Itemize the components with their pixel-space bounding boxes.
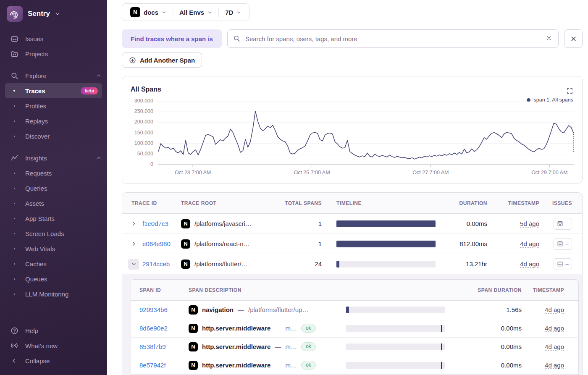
sidebar-item-queries[interactable]: Queries — [0, 181, 107, 196]
bullet-icon — [10, 294, 18, 295]
environment-selector[interactable]: All Envs — [173, 9, 218, 16]
column-header: TRACE ID — [122, 200, 181, 206]
sidebar-collapse-button[interactable]: Collapse — [0, 353, 107, 368]
trace-id-link[interactable]: e064e980 — [142, 240, 171, 247]
nextjs-platform-icon: N — [189, 324, 198, 333]
span-row: 8538f7b9Nhttp.server.middleware—m…ok0.00… — [131, 338, 578, 356]
timestamp: 4d ago — [520, 260, 539, 267]
org-dropdown[interactable]: Sentry — [0, 0, 107, 27]
sidebar-item-web-vitals[interactable]: Web Vitals — [0, 241, 107, 256]
nextjs-platform-icon: N — [130, 7, 140, 17]
timeline-bar — [346, 344, 445, 350]
column-header: TIMESTAMP — [522, 287, 578, 293]
sidebar-item-profiles[interactable]: Profiles — [0, 98, 107, 113]
sidebar: Sentry IssuesProjectsExploreTracesbetaPr… — [0, 0, 107, 375]
expand-row-icon[interactable] — [128, 239, 139, 249]
span-id-link[interactable]: 8e57942f — [139, 362, 166, 369]
line-chart: 300,000250,000200,000150,000100,00050,00… — [122, 98, 582, 182]
sidebar-item-caches[interactable]: Caches — [0, 256, 107, 271]
sidebar-item-screen-loads[interactable]: Screen Loads — [0, 226, 107, 241]
timeline-bar — [346, 307, 445, 313]
issues-button[interactable]: – — [554, 238, 572, 250]
timestamp: 4d ago — [545, 306, 564, 313]
sidebar-item-what-s-new[interactable]: What's new — [0, 338, 107, 353]
span-id-link[interactable]: 920934b6 — [139, 306, 168, 313]
span-search-input[interactable] — [227, 29, 559, 48]
clear-search-icon[interactable] — [546, 35, 552, 43]
expand-row-icon[interactable] — [128, 218, 139, 229]
y-axis-label: 50,000 — [122, 151, 153, 157]
search-box — [227, 29, 559, 48]
trace-id-link[interactable]: 2914cceb — [142, 260, 170, 267]
timeline-bar — [336, 261, 436, 267]
column-header: TIMELINE — [325, 200, 447, 206]
issues-button[interactable]: – — [554, 258, 572, 270]
nextjs-platform-icon: N — [189, 361, 198, 370]
fullscreen-icon[interactable] — [566, 87, 573, 94]
sidebar-item-requests[interactable]: Requests — [0, 165, 107, 181]
date-range-selector[interactable]: 7D — [219, 9, 247, 16]
chevron-down-icon — [55, 11, 60, 16]
span-row: 8e57942fNhttp.server.middleware—m…ok0.00… — [131, 356, 578, 375]
sidebar-item-queues[interactable]: Queues — [0, 271, 107, 286]
plus-circle-icon — [129, 57, 136, 64]
collapse-row-icon[interactable] — [128, 259, 139, 270]
issues-button[interactable]: – — [554, 218, 572, 230]
chevron-left-icon — [10, 358, 18, 364]
column-header: SPAN DESCRIPTION — [189, 287, 345, 293]
sidebar-item-discover[interactable]: Discover — [0, 128, 107, 144]
traces-table-panel: TRACE IDTRACE ROOTTOTAL SPANSTIMELINEDUR… — [122, 192, 583, 375]
trace-duration: 13.21hr — [447, 260, 494, 267]
sidebar-item-traces[interactable]: Tracesbeta — [5, 83, 102, 98]
y-axis-label: 0 — [122, 161, 153, 167]
bullet-icon — [10, 218, 18, 219]
sidebar-footer: HelpWhat's new — [0, 323, 107, 353]
sidebar-section-insights[interactable]: Insights — [0, 150, 107, 165]
page-filter-bar: N docs All Envs 7D — [122, 3, 249, 21]
remove-span-filter-button[interactable] — [564, 29, 583, 48]
total-spans: 24 — [278, 260, 325, 267]
span-duration: 1.56s — [450, 306, 522, 313]
sidebar-item-replays[interactable]: Replays — [0, 113, 107, 128]
timestamp: 4d ago — [545, 362, 564, 369]
sidebar-item-assets[interactable]: Assets — [0, 196, 107, 211]
chevron-down-icon — [236, 10, 241, 15]
chevron-down-icon — [162, 10, 166, 15]
span-id-link[interactable]: 8d6e90e2 — [139, 325, 168, 332]
column-header: SPAN ID — [131, 287, 189, 293]
sidebar-item-llm-monitoring[interactable]: LLM Monitoring — [0, 286, 107, 302]
span-operation: http.server.middleware — [202, 325, 270, 332]
sidebar-item-issues[interactable]: Issues — [0, 31, 107, 46]
org-name: Sentry — [28, 10, 50, 18]
span-description: m… — [285, 325, 297, 332]
column-header: TIMESTAMP — [494, 200, 543, 206]
sidebar-item-app-starts[interactable]: App Starts — [0, 211, 107, 226]
span-description: /platforms/flutter/up… — [248, 306, 308, 313]
y-axis-label: 100,000 — [122, 140, 153, 146]
column-header: TOTAL SPANS — [278, 200, 325, 206]
sidebar-section-explore[interactable]: Explore — [0, 68, 107, 83]
column-header: DURATION — [447, 200, 494, 206]
issues-icon — [10, 35, 18, 43]
trace-row: 2914ccebN/platforms/flutter/…2413.21hr4d… — [122, 254, 582, 274]
column-header: ISSUES — [543, 200, 582, 206]
trace-id-link[interactable]: f1e0d7c3 — [142, 220, 168, 227]
sentry-logo-icon — [7, 6, 23, 22]
project-selector[interactable]: N docs — [124, 7, 173, 17]
timeline-bar — [336, 220, 436, 227]
span-row: 8d6e90e2Nhttp.server.middleware—m…ok0.00… — [131, 319, 578, 338]
timeline-bar — [346, 325, 445, 332]
nextjs-platform-icon: N — [181, 219, 190, 228]
insights-icon — [10, 154, 18, 162]
total-spans: 1 — [278, 220, 325, 227]
span-table-header: SPAN IDSPAN DESCRIPTIONSPAN DURATIONTIME… — [131, 280, 578, 301]
sidebar-item-help[interactable]: Help — [0, 323, 107, 338]
span-id-link[interactable]: 8538f7b9 — [139, 343, 166, 350]
help-icon — [10, 327, 18, 335]
span-duration: 0.00ms — [450, 362, 522, 369]
sidebar-item-projects[interactable]: Projects — [0, 46, 107, 61]
issues-icon — [557, 241, 563, 247]
span-operation: navigation — [202, 306, 234, 313]
span-query-row: Find traces where a span is — [122, 29, 583, 48]
add-another-span-button[interactable]: Add Another Span — [122, 52, 202, 68]
